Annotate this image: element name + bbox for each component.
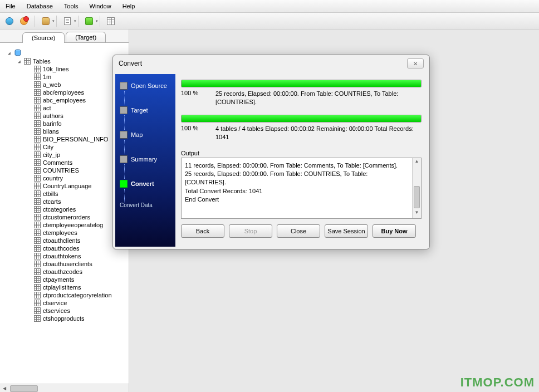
tree-table-item[interactable]: 10k_lines: [27, 65, 126, 73]
tree-database-node[interactable]: ◢: [7, 48, 126, 57]
tree-label: ctcategories: [43, 206, 76, 213]
output-scrollbar[interactable]: ▲ ▼: [412, 158, 421, 218]
tree-table-item[interactable]: country: [27, 174, 126, 182]
convert-dialog: Convert ✕ Open SourceTargetMapSummaryCon…: [112, 55, 430, 249]
tree-table-item[interactable]: authors: [27, 112, 126, 120]
tree-table-item[interactable]: BIO_PERSONAL_INFO: [27, 135, 126, 143]
tree-table-item[interactable]: ctbills: [27, 190, 126, 198]
tree-table-item[interactable]: ctoauthuserclients: [27, 260, 126, 268]
tree-table-item[interactable]: ctservices: [27, 307, 126, 315]
menubar: File Database Tools Window Help: [0, 0, 539, 13]
tab-target[interactable]: (Target): [66, 32, 106, 42]
horizontal-scrollbar[interactable]: ◀: [0, 384, 129, 392]
tree-table-item[interactable]: act: [27, 104, 126, 112]
table-icon: [34, 144, 41, 150]
output-line: 11 records, Elapsed: 00:00:00. From Tabl…: [185, 161, 408, 170]
toolbar-connect-icon[interactable]: [3, 15, 16, 27]
tree-label: City: [43, 144, 53, 150]
close-icon[interactable]: ✕: [407, 58, 424, 68]
tree-label: ctshopproducts: [43, 315, 85, 322]
tree-table-item[interactable]: City: [27, 143, 126, 151]
progress-percent-2: 100 %: [181, 125, 209, 142]
scroll-thumb[interactable]: [414, 186, 420, 208]
wizard-step-icon: [120, 131, 128, 139]
scroll-thumb[interactable]: [10, 385, 38, 392]
table-icon: [34, 300, 41, 306]
tree-table-item[interactable]: a_web: [27, 81, 126, 89]
tree-view[interactable]: ◢ ◢ Tables 10k_lines1ma_webabc/employees…: [0, 43, 129, 384]
tree-table-item[interactable]: ctpayments: [27, 276, 126, 283]
expander-icon[interactable]: ◢: [7, 51, 12, 56]
scroll-up-icon[interactable]: ▲: [413, 158, 421, 167]
output-textarea[interactable]: 11 records, Elapsed: 00:00:00. From Tabl…: [181, 158, 422, 219]
tree-label: ctoauthuserclients: [43, 261, 92, 267]
tab-source[interactable]: (Source): [22, 32, 65, 43]
tree-table-item[interactable]: abc/employees: [27, 89, 126, 96]
tree-label: BIO_PERSONAL_INFO: [43, 136, 108, 143]
tree-table-item[interactable]: COUNTRIES: [27, 166, 126, 174]
wizard-step[interactable]: Open Source: [120, 80, 171, 92]
wizard-step-label: Open Source: [131, 82, 167, 89]
tree-table-item[interactable]: ctoauthclients: [27, 237, 126, 244]
tree-label: ctoauthclients: [43, 237, 80, 244]
stop-button[interactable]: Stop: [229, 224, 272, 238]
buy-now-button[interactable]: Buy Now: [373, 224, 416, 238]
menu-file[interactable]: File: [0, 1, 21, 11]
table-icon: [34, 167, 41, 174]
toolbar-run-icon[interactable]: [83, 15, 95, 27]
scroll-left-icon[interactable]: ◀: [0, 386, 9, 391]
tree-table-item[interactable]: ctshopproducts: [27, 315, 126, 322]
table-icon: [34, 198, 41, 205]
tree-table-item[interactable]: ctoauthzcodes: [27, 268, 126, 276]
tree-table-item[interactable]: ctemployeeoperatelog: [27, 221, 126, 229]
toolbar-disconnect-icon[interactable]: [18, 15, 30, 27]
wizard-step[interactable]: Target: [120, 104, 171, 116]
tree-table-item[interactable]: ctoauthcodes: [27, 244, 126, 252]
close-button[interactable]: Close: [277, 224, 320, 238]
save-session-button[interactable]: Save Session: [325, 224, 368, 238]
table-icon: [34, 66, 41, 72]
tree-table-item[interactable]: ctcarts: [27, 198, 126, 205]
dialog-main: 100 % 25 records, Elapsed: 00:00:00. Fro…: [179, 74, 427, 247]
tree-table-item[interactable]: abc_employees: [27, 96, 126, 104]
menu-tools[interactable]: Tools: [58, 1, 84, 11]
tree-table-item[interactable]: bilans: [27, 128, 126, 135]
toolbar-settings-icon[interactable]: [40, 15, 52, 27]
menu-database[interactable]: Database: [21, 1, 58, 11]
tree-table-item[interactable]: ctoauthtokens: [27, 252, 126, 260]
scroll-down-icon[interactable]: ▼: [413, 209, 421, 218]
tree-label: authors: [43, 112, 63, 119]
tree-label: ctoauthzcodes: [43, 268, 82, 275]
tree-label: ctoauthcodes: [43, 245, 79, 252]
tree-table-item[interactable]: ctemployees: [27, 229, 126, 237]
expander-icon[interactable]: ◢: [17, 59, 22, 64]
table-icon: [34, 112, 41, 119]
table-icon: [34, 175, 41, 182]
table-icon: [34, 89, 41, 96]
tree-label: act: [43, 105, 51, 111]
tree-table-item[interactable]: ctcategories: [27, 205, 126, 213]
tree-table-item[interactable]: barinfo: [27, 120, 126, 128]
wizard-step[interactable]: Convert: [120, 178, 171, 190]
wizard-step-icon: [120, 106, 128, 114]
wizard-step-label: Target: [131, 107, 148, 114]
tree-table-item[interactable]: Comments: [27, 159, 126, 166]
tree-table-item[interactable]: city_ip: [27, 151, 126, 159]
tree-table-item[interactable]: ctproductcategoryrelation: [27, 291, 126, 299]
progress-percent-1: 100 %: [181, 90, 209, 107]
tree-table-item[interactable]: ctservice: [27, 299, 126, 307]
table-icon: [34, 284, 41, 291]
wizard-step-label: Convert: [131, 180, 154, 187]
tree-table-item[interactable]: ctcustomerorders: [27, 213, 126, 221]
tree-table-item[interactable]: CountryLanguage: [27, 182, 126, 190]
tree-table-item[interactable]: 1m: [27, 73, 126, 81]
menu-window[interactable]: Window: [84, 1, 117, 11]
toolbar-document-icon[interactable]: [61, 15, 74, 27]
tree-tables-node[interactable]: ◢ Tables: [17, 57, 126, 65]
back-button[interactable]: Back: [181, 224, 224, 238]
tree-table-item[interactable]: ctplaylistitems: [27, 283, 126, 291]
wizard-step[interactable]: Summary: [120, 153, 171, 165]
wizard-step[interactable]: Map: [120, 129, 171, 141]
toolbar-grid-icon[interactable]: [105, 15, 117, 27]
menu-help[interactable]: Help: [117, 1, 141, 11]
